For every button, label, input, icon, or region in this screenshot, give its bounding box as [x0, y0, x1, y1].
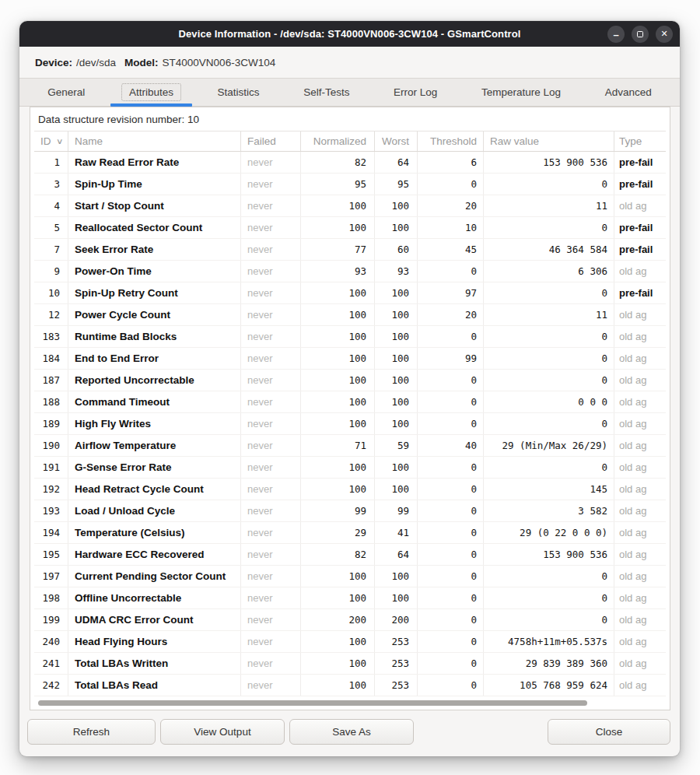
cell-type: old ag: [614, 544, 666, 565]
tab-advanced[interactable]: Advanced: [583, 79, 674, 106]
cell-id: 193: [34, 500, 68, 521]
cell-raw-value: 145: [484, 479, 614, 500]
table-row[interactable]: 10Spin-Up Retry Countnever100100970pre-f…: [34, 282, 666, 304]
cell-normalized: 29: [301, 522, 375, 543]
table-row[interactable]: 194Temperature (Celsius)never2941029 (0 …: [34, 522, 666, 544]
table-row[interactable]: 193Load / Unload Cyclenever999903 582old…: [34, 500, 666, 522]
table-row[interactable]: 183Runtime Bad Blocksnever10010000old ag: [34, 326, 666, 348]
cell-normalized: 200: [301, 609, 375, 630]
sort-down-icon: ∨: [55, 137, 63, 146]
cell-id: 241: [34, 653, 68, 674]
cell-type: old ag: [614, 195, 666, 216]
cell-raw-value: 105 768 959 624: [484, 675, 614, 696]
device-information-dialog: Device Information - /dev/sda: ST4000VN0…: [19, 21, 680, 756]
cell-worst: 100: [375, 479, 418, 500]
cell-raw-value: 0: [484, 370, 614, 391]
cell-threshold: 0: [418, 522, 484, 543]
table-row[interactable]: 7Seek Error Ratenever77604546 364 584pre…: [34, 239, 666, 261]
tab-statistics[interactable]: Statistics: [195, 79, 282, 106]
cell-name: Runtime Bad Blocks: [68, 326, 241, 347]
cell-type: old ag: [614, 391, 666, 412]
cell-failed: never: [241, 391, 301, 412]
column-header-worst[interactable]: Worst: [375, 132, 418, 151]
cell-name: Head Retract Cycle Count: [68, 479, 241, 500]
cell-failed: never: [241, 217, 301, 238]
cell-id: 190: [34, 435, 68, 456]
cell-failed: never: [241, 435, 301, 456]
table-row[interactable]: 199UDMA CRC Error Countnever20020000old …: [34, 609, 666, 631]
cell-raw-value: 29 (0 22 0 0 0): [484, 522, 614, 543]
cell-name: Temperature (Celsius): [68, 522, 241, 543]
cell-normalized: 100: [301, 282, 375, 303]
column-header-failed[interactable]: Failed: [241, 132, 301, 151]
table-row[interactable]: 191G-Sense Error Ratenever10010000old ag: [34, 457, 666, 479]
cell-type: old ag: [614, 675, 666, 696]
table-row[interactable]: 3Spin-Up Timenever959500pre-fail: [34, 174, 666, 195]
tab-temperature-log[interactable]: Temperature Log: [460, 79, 583, 106]
table-row[interactable]: 9Power-On Timenever939306 306old ag: [34, 261, 666, 282]
table-row[interactable]: 198Offline Uncorrectablenever10010000old…: [34, 587, 666, 609]
horizontal-scrollbar[interactable]: [38, 700, 587, 706]
cell-normalized: 100: [301, 391, 375, 412]
cell-id: 3: [34, 174, 68, 195]
column-header-raw-value[interactable]: Raw value: [484, 132, 614, 151]
cell-threshold: 20: [418, 195, 484, 216]
cell-type: old ag: [614, 435, 666, 456]
cell-failed: never: [241, 239, 301, 260]
cell-failed: never: [241, 587, 301, 608]
close-dialog-button[interactable]: Close: [548, 719, 670, 745]
table-row[interactable]: 197Current Pending Sector Countnever1001…: [34, 566, 666, 587]
device-header: Device: /dev/sda Model: ST4000VN006-3CW1…: [19, 47, 680, 78]
view-output-button[interactable]: View Output: [160, 719, 285, 745]
refresh-button[interactable]: Refresh: [27, 719, 156, 745]
table-row[interactable]: 241Total LBAs Writtennever100253029 839 …: [34, 653, 666, 675]
save-as-button[interactable]: Save As: [289, 719, 414, 745]
cell-id: 4: [34, 195, 68, 216]
column-header-normalized[interactable]: Normalized: [301, 132, 375, 151]
table-row[interactable]: 1Raw Read Error Ratenever82646153 900 53…: [34, 152, 666, 174]
table-row[interactable]: 188Command Timeoutnever10010000 0 0old a…: [34, 391, 666, 413]
table-row[interactable]: 195Hardware ECC Recoverednever82640153 9…: [34, 544, 666, 566]
cell-worst: 100: [375, 348, 418, 369]
tab-attributes[interactable]: Attributes: [107, 79, 196, 106]
cell-worst: 100: [375, 217, 418, 238]
table-row[interactable]: 5Reallocated Sector Countnever100100100p…: [34, 217, 666, 239]
maximize-button[interactable]: [632, 26, 649, 43]
cell-raw-value: 0: [484, 457, 614, 478]
cell-worst: 100: [375, 282, 418, 303]
cell-raw-value: 153 900 536: [484, 544, 614, 565]
cell-worst: 60: [375, 239, 418, 260]
column-header-type[interactable]: Type: [614, 132, 666, 151]
cell-failed: never: [241, 566, 301, 587]
cell-raw-value: 0 0 0: [484, 391, 614, 412]
column-header-threshold[interactable]: Threshold: [418, 132, 484, 151]
cell-threshold: 97: [418, 282, 484, 303]
tab-error-log[interactable]: Error Log: [372, 79, 460, 106]
table-row[interactable]: 12Power Cycle Countnever1001002011old ag: [34, 304, 666, 326]
minimize-button[interactable]: –: [607, 26, 625, 43]
close-button[interactable]: ✕: [656, 26, 673, 43]
table-row[interactable]: 240Head Flying Hoursnever10025304758h+11…: [34, 631, 666, 653]
cell-failed: never: [241, 479, 301, 500]
cell-normalized: 95: [301, 174, 375, 195]
tab-self-tests[interactable]: Self-Tests: [282, 79, 372, 106]
table-row[interactable]: 187Reported Uncorrectablenever10010000ol…: [34, 370, 666, 391]
cell-worst: 100: [375, 413, 418, 434]
cell-id: 197: [34, 566, 68, 587]
table-row[interactable]: 242Total LBAs Readnever1002530105 768 95…: [34, 675, 666, 696]
cell-worst: 100: [375, 391, 418, 412]
cell-failed: never: [241, 457, 301, 478]
tab-general[interactable]: General: [26, 79, 107, 106]
column-header-name[interactable]: Name: [68, 132, 241, 151]
cell-normalized: 100: [301, 675, 375, 696]
cell-id: 189: [34, 413, 68, 434]
table-row[interactable]: 189High Fly Writesnever10010000old ag: [34, 413, 666, 435]
titlebar[interactable]: Device Information - /dev/sda: ST4000VN0…: [19, 21, 680, 47]
table-row[interactable]: 4Start / Stop Countnever1001002011old ag: [34, 195, 666, 217]
cell-name: Start / Stop Count: [68, 195, 241, 216]
table-row[interactable]: 192Head Retract Cycle Countnever10010001…: [34, 479, 666, 500]
table-row[interactable]: 190Airflow Temperaturenever71594029 (Min…: [34, 435, 666, 457]
column-header-id[interactable]: ID ∨: [34, 132, 68, 151]
table-row[interactable]: 184End to End Errornever100100990old ag: [34, 348, 666, 370]
cell-id: 7: [34, 239, 68, 260]
